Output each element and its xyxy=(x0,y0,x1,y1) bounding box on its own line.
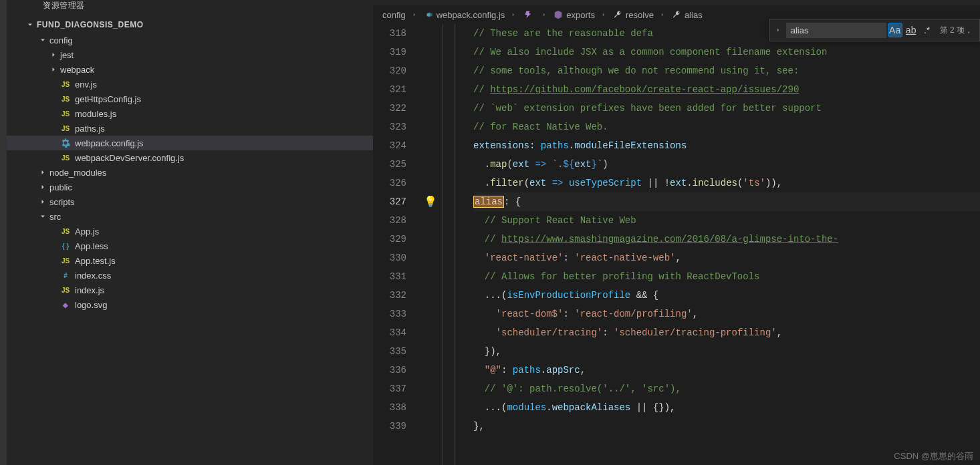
find-count: 第 2 项， xyxy=(940,25,973,36)
chevron-right-icon xyxy=(541,10,547,20)
folder-item[interactable]: scripts xyxy=(7,194,373,209)
folder-item[interactable]: node_modules xyxy=(7,165,373,180)
svg-icon: ◆ xyxy=(60,299,71,310)
js-icon: JS xyxy=(60,123,71,134)
chevron-down-icon xyxy=(37,35,48,45)
chevron-right-icon xyxy=(411,10,418,20)
activity-bar[interactable] xyxy=(0,0,7,465)
chevron-right-icon xyxy=(48,64,59,75)
breadcrumb-item[interactable]: webpack.config.js xyxy=(423,9,505,20)
tree-item-label: App.less xyxy=(75,241,108,251)
file-tree: configjestwebpackJSenv.jsJSgetHttpsConfi… xyxy=(7,33,373,465)
file-item[interactable]: { }App.less xyxy=(7,239,373,253)
tree-item-label: webpack.config.js xyxy=(75,138,144,148)
line-number-gutter: 3183193203213223233243253263273283293303… xyxy=(373,24,420,465)
breadcrumb-item[interactable]: resolve xyxy=(612,9,654,20)
file-item[interactable]: JSenv.js xyxy=(7,77,373,92)
js-icon: JS xyxy=(60,255,71,266)
chevron-right-icon xyxy=(48,49,59,60)
gear-icon xyxy=(60,138,71,148)
tree-item-label: paths.js xyxy=(75,124,105,134)
file-item[interactable]: JSwebpackDevServer.config.js xyxy=(7,150,373,165)
editor-area: configwebpack.config.jsexportsresolveali… xyxy=(373,0,980,465)
tree-item-label: public xyxy=(49,182,72,192)
editor-body[interactable]: 3183193203213223233243253263273283293303… xyxy=(373,24,980,465)
file-item[interactable]: JSindex.js xyxy=(7,283,373,297)
project-header[interactable]: FUND_DIAGONSIS_DEMO xyxy=(7,17,373,33)
tree-item-label: config xyxy=(49,35,73,45)
file-item[interactable]: #index.css xyxy=(7,268,373,283)
folder-item[interactable]: config xyxy=(7,33,373,47)
breadcrumb-item[interactable]: alias xyxy=(671,9,703,20)
folder-item[interactable]: src xyxy=(7,209,373,224)
tree-item-label: scripts xyxy=(49,197,75,207)
tree-item-label: App.js xyxy=(75,226,99,237)
js-icon: JS xyxy=(60,285,71,295)
folder-item[interactable]: jest xyxy=(7,47,373,62)
js-icon: JS xyxy=(60,79,71,90)
chevron-right-icon xyxy=(510,10,517,20)
find-widget: Aa ab .* 第 2 项， xyxy=(769,19,980,41)
watermark: CSDN @崽崽的谷雨 xyxy=(894,450,973,462)
js-icon: JS xyxy=(60,152,71,163)
chevron-right-icon xyxy=(37,182,48,192)
file-item[interactable]: JSApp.test.js xyxy=(7,253,373,268)
tree-item-label: getHttpsConfig.js xyxy=(75,94,141,104)
tree-item-label: logo.svg xyxy=(75,300,107,310)
file-item[interactable]: JSmodules.js xyxy=(7,106,373,121)
gear-icon xyxy=(423,9,434,20)
symbol-icon xyxy=(522,9,533,20)
tree-item-label: App.test.js xyxy=(75,256,116,266)
tab-bar[interactable] xyxy=(373,0,980,5)
code-content[interactable]: // These are the reasonable defa// We al… xyxy=(473,24,980,465)
find-input[interactable] xyxy=(786,23,886,38)
tree-item-label: index.css xyxy=(75,271,111,281)
tree-item-label: modules.js xyxy=(75,109,116,119)
tree-item-label: src xyxy=(49,212,61,222)
explorer-sidebar: 资源管理器 FUND_DIAGONSIS_DEMO configjestwebp… xyxy=(7,0,373,465)
tree-item-label: node_modules xyxy=(49,168,106,178)
project-name: FUND_DIAGONSIS_DEMO xyxy=(37,20,144,29)
file-item[interactable]: webpack.config.js xyxy=(7,136,373,150)
less-icon: { } xyxy=(60,241,71,251)
whole-word-button[interactable]: ab xyxy=(904,23,918,37)
tree-item-label: index.js xyxy=(75,285,104,295)
chevron-right-icon xyxy=(600,10,607,20)
sidebar-title: 资源管理器 xyxy=(7,0,373,17)
wrench-icon xyxy=(671,9,682,20)
indent-guides xyxy=(440,24,473,465)
tree-item-label: jest xyxy=(60,50,74,60)
match-case-button[interactable]: Aa xyxy=(888,23,902,37)
file-item[interactable]: JSgetHttpsConfig.js xyxy=(7,92,373,106)
tree-item-label: webpackDevServer.config.js xyxy=(75,153,184,163)
js-icon: JS xyxy=(60,226,71,237)
tree-item-label: webpack xyxy=(60,65,94,75)
wrench-icon xyxy=(612,9,623,20)
file-item[interactable]: JSpaths.js xyxy=(7,121,373,136)
chevron-down-icon xyxy=(37,211,48,222)
js-icon: JS xyxy=(60,108,71,119)
cube-icon xyxy=(553,9,564,20)
js-icon: JS xyxy=(60,94,71,104)
chevron-right-icon xyxy=(659,10,666,20)
chevron-right-icon xyxy=(37,167,48,178)
chevron-right-icon[interactable] xyxy=(773,25,783,35)
file-item[interactable]: ◆logo.svg xyxy=(7,297,373,312)
lightbulb-icon[interactable]: 💡 xyxy=(424,195,437,208)
css-icon: # xyxy=(60,270,71,281)
breadcrumb-item[interactable]: exports xyxy=(553,9,595,20)
file-item[interactable]: JSApp.js xyxy=(7,224,373,239)
folder-item[interactable]: webpack xyxy=(7,62,373,77)
tree-item-label: env.js xyxy=(75,80,97,90)
regex-button[interactable]: .* xyxy=(920,23,935,37)
chevron-right-icon xyxy=(37,196,48,207)
breadcrumb-item[interactable]: config xyxy=(382,10,406,20)
chevron-down-icon xyxy=(25,19,35,30)
lightbulb-gutter: 💡 xyxy=(420,24,440,465)
folder-item[interactable]: public xyxy=(7,180,373,194)
breadcrumb-item[interactable] xyxy=(522,9,535,20)
